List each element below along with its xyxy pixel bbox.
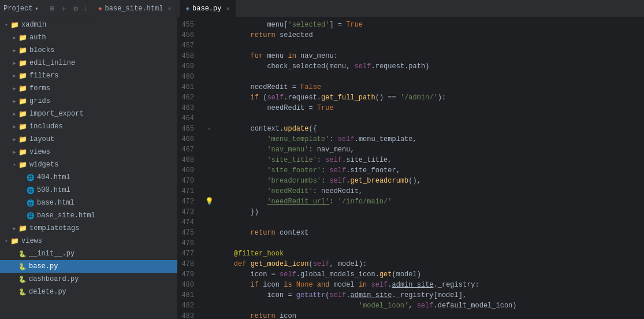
sidebar-item-dashboard[interactable]: 🐍 dashboard.py: [0, 273, 177, 285]
gutter-458: [203, 51, 215, 61]
sidebar-item-templatetags[interactable]: ▶ 📁 templatetags: [0, 222, 177, 235]
sidebar-item-delete[interactable]: 🐍 delete.py: [0, 285, 177, 298]
tab-close-base-py[interactable]: ✕: [226, 5, 229, 12]
sidebar-item-widgets[interactable]: ▾ 📁 widgets: [0, 158, 177, 171]
gutter-469: [203, 165, 215, 176]
project-label: Project: [3, 5, 32, 13]
sidebar-label-includes: includes: [29, 123, 63, 131]
expand-arrow-import-export: ▶: [10, 111, 18, 117]
bulb-icon-472[interactable]: 💡: [205, 198, 214, 206]
sidebar-item-auth[interactable]: ▶ 📁 auth: [0, 31, 177, 44]
sidebar-item-500[interactable]: 🌐 500.html: [0, 184, 177, 196]
gutter-459: [203, 61, 215, 72]
code-line-470: 'breadcrumbs': self.get_breadcrumb(),: [215, 176, 644, 186]
ln-477: 477: [178, 248, 199, 259]
layout-icon[interactable]: ⊞: [48, 3, 56, 14]
sidebar-item-base-py[interactable]: 🐍 base.py: [0, 260, 177, 273]
project-section: Project ▾: [3, 5, 43, 13]
sidebar-label-dashboard: dashboard.py: [29, 275, 79, 283]
ln-456: 456: [178, 30, 199, 40]
folder-icon-import-export: 📁: [18, 110, 27, 118]
ln-480: 480: [178, 280, 199, 290]
file-icon-base-py: 🐍: [18, 263, 27, 270]
gutter-472[interactable]: 💡: [203, 196, 215, 207]
project-dropdown-arrow[interactable]: ▾: [35, 5, 38, 12]
tab-label-base-py: base.py: [192, 5, 221, 13]
file-icon-base-site-html: 🌐: [27, 212, 35, 220]
code-line-473: }): [215, 207, 644, 217]
code-line-461: needRedit = False: [215, 82, 644, 92]
editor-gutter: ▾ 💡: [203, 17, 215, 319]
file-icon-dashboard: 🐍: [18, 276, 27, 283]
code-line-482: 'model_icon', self.default_model_icon): [215, 301, 644, 311]
gear-icon[interactable]: ⚙: [72, 3, 80, 14]
sidebar[interactable]: ▾ 📁 xadmin ▶ 📁 auth ▶ 📁 blocks ▶ 📁 edit_…: [0, 17, 178, 319]
file-icon-base-html: 🌐: [27, 199, 35, 207]
expand-arrow-layout: ▶: [10, 136, 18, 143]
sidebar-label-edit-inline: edit_inline: [29, 59, 75, 67]
ln-479: 479: [178, 269, 199, 280]
code-lines[interactable]: menu['selected'] = True return selected …: [215, 17, 644, 319]
sidebar-item-forms[interactable]: ▶ 📁 forms: [0, 82, 177, 95]
sidebar-item-xadmin[interactable]: ▾ 📁 xadmin: [0, 18, 177, 31]
code-line-476: [215, 238, 644, 248]
sidebar-item-init[interactable]: 🐍 __init__.py: [0, 247, 177, 260]
sidebar-item-grids[interactable]: ▶ 📁 grids: [0, 95, 177, 107]
ln-475: 475: [178, 228, 199, 238]
sidebar-label-base-site-html: base_site.html: [37, 212, 95, 220]
sidebar-item-filters[interactable]: ▶ 📁 filters: [0, 69, 177, 82]
sidebar-item-base-site-html[interactable]: 🌐 base_site.html: [0, 209, 177, 222]
sidebar-item-layout[interactable]: ▶ 📁 layout: [0, 133, 177, 146]
gutter-464: [203, 113, 215, 124]
sidebar-label-templatetags: templatetags: [29, 224, 79, 232]
sidebar-label-grids: grids: [29, 97, 50, 105]
ln-465: 465: [178, 124, 199, 134]
code-line-483: return icon: [215, 311, 644, 319]
ln-467: 467: [178, 144, 199, 155]
ln-466: 466: [178, 134, 199, 144]
gutter-480: [203, 280, 215, 290]
tab-base-py[interactable]: ◈ base.py ✕: [180, 0, 236, 17]
folder-icon-blocks: 📁: [18, 46, 27, 55]
sidebar-item-views-sub[interactable]: ▶ 📁 views: [0, 146, 177, 158]
gutter-473: [203, 207, 215, 217]
sidebar-item-404[interactable]: 🌐 404.html: [0, 171, 177, 184]
gutter-481: [203, 290, 215, 301]
file-icon-404: 🌐: [27, 174, 35, 181]
code-line-463: needRedit = True: [215, 103, 644, 113]
fold-icon-465[interactable]: ▾: [207, 126, 211, 132]
sidebar-item-views[interactable]: ▾ 📁 views: [0, 235, 177, 247]
ln-482: 482: [178, 301, 199, 311]
gutter-468: [203, 155, 215, 165]
folder-icon-filters: 📁: [18, 72, 27, 80]
gutter-479: [203, 269, 215, 280]
gutter-483: [203, 311, 215, 319]
sidebar-label-forms: forms: [29, 84, 50, 92]
sidebar-item-edit-inline[interactable]: ▶ 📁 edit_inline: [0, 57, 177, 69]
gutter-456: [203, 30, 215, 40]
code-line-464: [215, 113, 644, 124]
code-line-480: if icon is None and model in self.admin_…: [215, 280, 644, 290]
gutter-465[interactable]: ▾: [203, 124, 215, 134]
tab-close-base-site[interactable]: ✕: [167, 5, 171, 12]
tab-base-site-html[interactable]: ◈ base_site.html ✕: [92, 0, 177, 17]
sidebar-label-filters: filters: [29, 72, 58, 80]
folder-icon-templatetags: 📁: [18, 224, 27, 233]
folder-icon-views: 📁: [10, 237, 19, 246]
sidebar-item-includes[interactable]: ▶ 📁 includes: [0, 120, 177, 133]
ln-469: 469: [178, 165, 199, 176]
add-icon[interactable]: ＋: [58, 2, 69, 15]
down-icon[interactable]: ↓: [82, 3, 90, 14]
folder-icon-includes: 📁: [18, 123, 27, 131]
ln-478: 478: [178, 259, 199, 269]
ln-472: 472: [178, 196, 199, 207]
folder-icon-grids: 📁: [18, 97, 27, 106]
code-line-466: 'menu_template': self.menu_template,: [215, 134, 644, 144]
sidebar-item-import-export[interactable]: ▶ 📁 import_export: [0, 107, 177, 120]
top-bar: Project ▾ ⊞ ＋ ⚙ ↓ ◈ base_site.html ✕ ◈ b…: [0, 0, 644, 17]
sidebar-item-base-html[interactable]: 🌐 base.html: [0, 196, 177, 209]
code-editor[interactable]: 455 456 457 458 459 460 461 462 463 464 …: [178, 17, 644, 319]
sidebar-item-blocks[interactable]: ▶ 📁 blocks: [0, 44, 177, 57]
sidebar-label-base-py: base.py: [29, 262, 58, 270]
code-line-468: 'site_title': self.site_title,: [215, 155, 644, 165]
